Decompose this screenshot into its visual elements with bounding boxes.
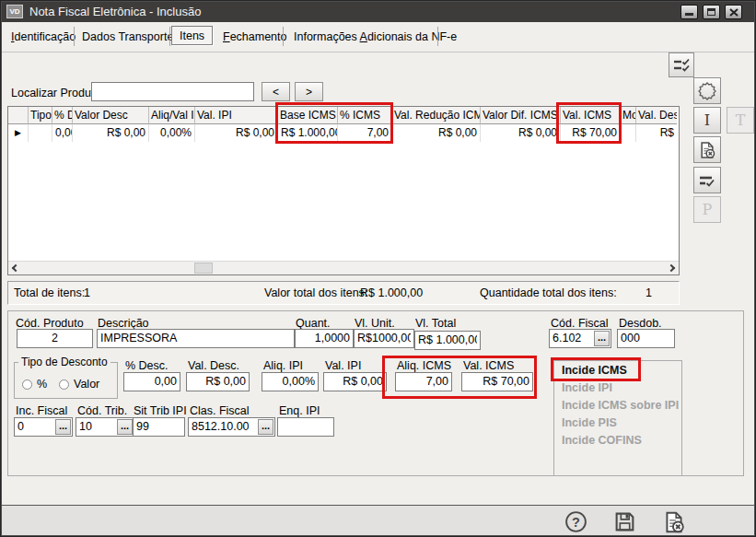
grid-col-aliq-val-ipi[interactable]: Aliq/Val IP [149, 107, 195, 124]
row-selector-arrow-icon: ▶ [8, 124, 29, 142]
val-icms-field[interactable]: R$ 70,00 [461, 372, 533, 391]
cell-perc-desc[interactable]: 0,00 [52, 124, 73, 142]
items-grid[interactable]: Tipo % De Valor Desc Aliq/Val IP Val. IP… [7, 106, 680, 275]
tab-informacoes-adicionais[interactable]: Informações Adicionais da NF-e [294, 30, 457, 43]
descricao-field[interactable]: IMPRESSORA [97, 329, 295, 348]
cell-valor-desc[interactable]: R$ 0,00 [73, 124, 149, 142]
perc-desc-label: % Desc. [125, 359, 169, 372]
enq-ipi-field[interactable] [277, 417, 334, 437]
cell-base-icms[interactable]: R$ 1.000,00 [278, 124, 338, 142]
total-itens-label: Total de itens: [14, 282, 85, 304]
desdob-label: Desdob. [619, 317, 662, 330]
val-desc-field[interactable]: R$ 0,00 [186, 372, 250, 391]
italic-button[interactable]: I [693, 107, 721, 134]
grid-col-base-icms[interactable]: Base ICMS [278, 107, 338, 124]
vl-unit-field[interactable]: R$1000,00 [354, 329, 414, 348]
next-item-button[interactable]: > [295, 82, 323, 101]
minimize-button[interactable] [680, 5, 698, 19]
close-button[interactable] [725, 5, 742, 19]
title-bar[interactable]: VD Nota Fiscal Eletrônica - Inclusão [2, 2, 754, 22]
grid-col-perc-desc[interactable]: % De [52, 107, 73, 124]
grid-col-val-icms[interactable]: Val. ICMS [561, 107, 621, 124]
inc-fiscal-lookup-button[interactable]: ... [55, 419, 71, 435]
grid-col-mot[interactable]: Mot [621, 107, 636, 124]
perc-desc-field[interactable]: 0,00 [123, 372, 180, 391]
incide-item-pis[interactable]: Incide PIS [554, 414, 681, 431]
prev-item-button[interactable]: < [262, 82, 290, 101]
check-line-icon [699, 174, 715, 187]
confirm-all-button[interactable] [669, 53, 694, 77]
save-button[interactable] [611, 509, 637, 534]
cell-val-icms[interactable]: R$ 70,00 [561, 124, 621, 142]
valor-total-label: Valor total dos itens: [264, 282, 367, 304]
cell-tipo[interactable] [29, 124, 52, 142]
grid-col-val-desc[interactable]: Val. Desc [636, 107, 677, 124]
quant-field[interactable]: 1,0000 [295, 329, 354, 348]
grid-col-tipo[interactable]: Tipo [29, 107, 52, 124]
sit-trib-ipi-field[interactable]: 99 [133, 417, 185, 437]
cod-fiscal-field[interactable]: 6.102... [549, 329, 611, 348]
nfe-window: VD Nota Fiscal Eletrônica - Inclusão Ide… [0, 0, 756, 537]
incide-item-cofins[interactable]: Incide COFINS [554, 431, 681, 449]
item-detail-panel: Cód. Produto Descrição Quant. Vl. Unit. … [7, 310, 744, 476]
cell-valor-dif-icms[interactable]: R$ 0,00 [481, 124, 561, 142]
incide-item-icms[interactable]: Incide ICMS [554, 361, 681, 379]
grid-col-val-reducao-icms[interactable]: Val. Redução ICMS [392, 107, 481, 124]
localizar-produto-label: Localizar Produto [11, 87, 100, 99]
cod-trib-field[interactable]: 10... [76, 417, 134, 437]
grid-col-val-ipi[interactable]: Val. IPI [195, 107, 278, 124]
confirm-item-button[interactable] [693, 167, 721, 193]
valor-radio[interactable] [59, 379, 69, 390]
cod-produto-field[interactable]: 2 [17, 329, 93, 348]
cell-mot[interactable] [621, 124, 636, 142]
total-itens-value: 1 [84, 282, 90, 304]
val-icms-label: Val. ICMS [463, 359, 514, 372]
grid-row[interactable]: ▶ 0,00 R$ 0,00 0,00% R$ 0,00 R$ 1.000,00… [8, 124, 679, 142]
help-button[interactable]: ? [563, 509, 588, 534]
cell-val-reducao-icms[interactable]: R$ 0,00 [392, 124, 481, 142]
desdob-field[interactable]: 000 [617, 329, 675, 348]
tab-separator [74, 27, 75, 46]
incide-item-ipi[interactable]: Incide IPI [554, 379, 681, 396]
chevron-right-icon[interactable] [668, 264, 675, 272]
percent-radio[interactable] [22, 379, 32, 390]
localizar-produto-input[interactable] [91, 82, 254, 101]
tab-itens[interactable]: Itens [171, 26, 213, 45]
cancel-button[interactable] [661, 509, 687, 534]
aliq-ipi-field[interactable]: 0,00% [262, 372, 319, 391]
cod-trib-lookup-button[interactable]: ... [117, 419, 133, 435]
delete-item-button[interactable] [693, 136, 721, 163]
seal-icon [698, 82, 716, 100]
vl-total-field[interactable]: R$ 1.000,00 [414, 331, 481, 350]
vl-unit-label: Vl. Unit. [355, 317, 395, 330]
tab-bar: Identificação Dados Transporte Itens Fec… [2, 22, 754, 53]
grid-col-valor-desc[interactable]: Valor Desc [73, 107, 149, 124]
grid-col-selector [8, 107, 29, 124]
cell-val-ipi[interactable]: R$ 0,00 [195, 124, 278, 142]
maximize-button[interactable] [703, 5, 720, 19]
incide-item-icms-sobre-ipi[interactable]: Incide ICMS sobre IPI [554, 396, 681, 414]
p-button[interactable]: P [693, 196, 721, 223]
inc-fiscal-field[interactable]: 0... [14, 417, 73, 437]
aliq-icms-field[interactable]: 7,00 [395, 372, 452, 391]
horizontal-scrollbar[interactable] [8, 261, 679, 274]
cod-fiscal-lookup-button[interactable]: ... [594, 331, 610, 346]
sit-trib-ipi-label: Sit Trib IPI [134, 404, 187, 417]
seal-button[interactable] [693, 77, 721, 104]
chevron-left-icon[interactable] [12, 264, 19, 272]
tab-dados-transporte[interactable]: Dados Transporte [82, 30, 173, 43]
clas-fiscal-field[interactable]: 8512.10.00... [188, 417, 275, 437]
grid-col-valor-dif-icms[interactable]: Valor Dif. ICMS [481, 107, 561, 124]
footer-bar: ? [2, 505, 754, 535]
grid-col-perc-icms[interactable]: % ICMS [338, 107, 392, 124]
tab-fechamento[interactable]: Fechamento [223, 30, 287, 43]
clas-fiscal-lookup-button[interactable]: ... [258, 419, 273, 435]
cell-perc-icms[interactable]: 7,00 [338, 124, 392, 142]
cell-val-desc[interactable]: R$ [636, 124, 677, 142]
val-ipi-field[interactable]: R$ 0,00 [323, 372, 387, 391]
scrollbar-thumb[interactable] [194, 263, 213, 274]
descricao-label: Descrição [98, 317, 149, 330]
tab-identificacao[interactable]: Identificação [11, 30, 76, 43]
cell-aliq-val-ipi[interactable]: 0,00% [149, 124, 195, 142]
t-button[interactable]: T [727, 107, 754, 134]
